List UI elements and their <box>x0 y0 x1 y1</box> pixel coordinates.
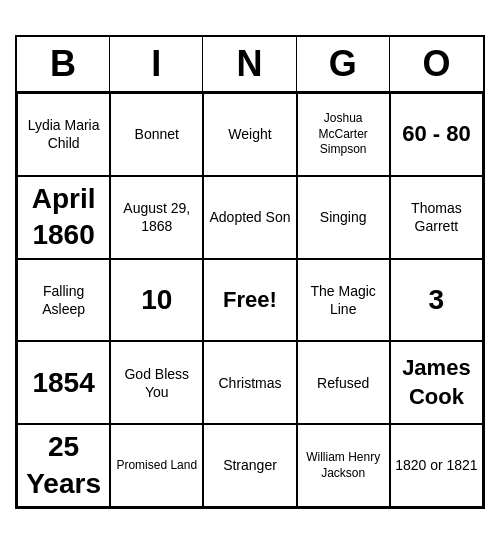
bingo-cell-9: Thomas Garrett <box>390 176 483 259</box>
header-letter-N: N <box>203 37 296 91</box>
header-letter-O: O <box>390 37 483 91</box>
bingo-cell-14: 3 <box>390 259 483 342</box>
bingo-cell-17: Christmas <box>203 341 296 424</box>
bingo-cell-19: James Cook <box>390 341 483 424</box>
bingo-cell-5: April 1860 <box>17 176 110 259</box>
bingo-cell-4: 60 - 80 <box>390 93 483 176</box>
bingo-cell-8: Singing <box>297 176 390 259</box>
bingo-cell-24: 1820 or 1821 <box>390 424 483 507</box>
header-letter-B: B <box>17 37 110 91</box>
bingo-card: BINGO Lydia Maria ChildBonnetWeightJoshu… <box>15 35 485 509</box>
bingo-cell-7: Adopted Son <box>203 176 296 259</box>
bingo-cell-23: William Henry Jackson <box>297 424 390 507</box>
bingo-cell-0: Lydia Maria Child <box>17 93 110 176</box>
header-letter-I: I <box>110 37 203 91</box>
bingo-cell-20: 25 Years <box>17 424 110 507</box>
header-letter-G: G <box>297 37 390 91</box>
bingo-cell-15: 1854 <box>17 341 110 424</box>
bingo-cell-13: The Magic Line <box>297 259 390 342</box>
bingo-cell-22: Stranger <box>203 424 296 507</box>
bingo-cell-21: Promised Land <box>110 424 203 507</box>
bingo-cell-10: Falling Asleep <box>17 259 110 342</box>
bingo-grid: Lydia Maria ChildBonnetWeightJoshua McCa… <box>17 93 483 507</box>
bingo-cell-11: 10 <box>110 259 203 342</box>
bingo-header: BINGO <box>17 37 483 93</box>
bingo-cell-12: Free! <box>203 259 296 342</box>
bingo-cell-3: Joshua McCarter Simpson <box>297 93 390 176</box>
bingo-cell-16: God Bless You <box>110 341 203 424</box>
bingo-cell-6: August 29, 1868 <box>110 176 203 259</box>
bingo-cell-18: Refused <box>297 341 390 424</box>
bingo-cell-2: Weight <box>203 93 296 176</box>
bingo-cell-1: Bonnet <box>110 93 203 176</box>
